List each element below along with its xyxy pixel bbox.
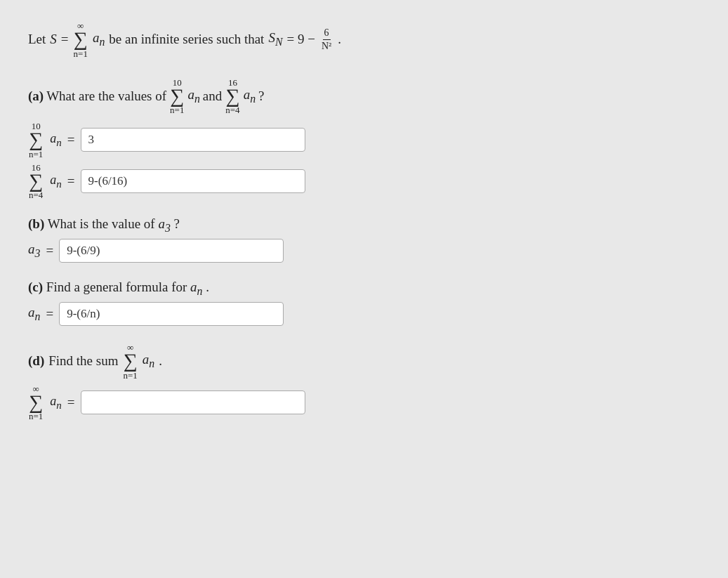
part-a-answer2-sigma: 16 ∑ n=4 <box>29 163 43 200</box>
part-a-sigma2-sym: ∑ <box>225 87 239 106</box>
part-a-question-text: What are the values of <box>46 88 166 104</box>
part-d-answer-sigma: ∞ ∑ n=1 <box>29 384 43 421</box>
part-d-label: (d) <box>28 353 44 369</box>
intro-S: S <box>50 32 57 47</box>
intro-desc: be an infinite series such that <box>109 32 264 47</box>
part-a-section: (a) What are the values of 10 ∑ n=1 an a… <box>28 78 604 200</box>
part-d-section: (d) Find the sum ∞ ∑ n=1 an . ∞ ∑ n=1 an… <box>28 343 604 421</box>
part-c-lhs: an <box>28 305 40 323</box>
part-a-answer1-input[interactable] <box>81 128 305 152</box>
part-c-question: (c) Find a general formula for an . <box>28 280 604 298</box>
problem-container: Let S = ∞ ∑ n=1 an be an infinite series… <box>28 21 604 421</box>
intro-sigma-bot: n=1 <box>74 49 88 58</box>
part-a-sigma1-bot: n=1 <box>170 105 184 114</box>
part-b-lhs: a3 <box>28 242 40 260</box>
part-d-answer-an: an <box>50 394 62 412</box>
part-a-answer1-an: an <box>50 131 62 149</box>
part-b-eq: = <box>46 243 53 258</box>
part-a-answer1-eq: = <box>67 132 75 147</box>
part-c-eq: = <box>46 306 53 322</box>
part-a-answer2-sym: ∑ <box>29 172 43 191</box>
intro-sigma: ∞ ∑ n=1 <box>74 21 88 58</box>
part-a-qmark: ? <box>258 88 264 104</box>
intro-let: Let <box>28 32 46 47</box>
part-c-period: . <box>206 280 209 294</box>
intro-eq2: = 9 − <box>286 32 315 47</box>
intro-section: Let S = ∞ ∑ n=1 an be an infinite series… <box>28 21 604 58</box>
part-a-answer2-input[interactable] <box>81 169 305 193</box>
part-a-an1: an <box>187 87 199 105</box>
part-d-sigma-sym: ∑ <box>124 352 138 371</box>
intro-frac-den: N² <box>320 40 333 53</box>
part-c-section: (c) Find a general formula for an . an = <box>28 280 604 326</box>
part-a-answer1-sym: ∑ <box>29 131 43 150</box>
part-b-a3: a3 <box>158 216 170 231</box>
intro-frac-num: 6 <box>323 27 331 40</box>
part-d-answer-bot: n=1 <box>29 412 43 421</box>
part-d-question: (d) Find the sum ∞ ∑ n=1 an . <box>28 343 604 380</box>
part-b-qmark: ? <box>174 216 180 231</box>
part-a-answer1-sigma: 10 ∑ n=1 <box>29 121 43 159</box>
part-d-eq: = <box>67 395 75 410</box>
part-a-answer2-an: an <box>50 173 62 190</box>
part-a-answer2-bot: n=4 <box>29 190 43 199</box>
part-a-answer1-row: 10 ∑ n=1 an = <box>28 121 604 159</box>
part-c-text: Find a general formula for <box>46 280 187 294</box>
intro-sigma-sym: ∑ <box>74 30 88 49</box>
part-c-an: an <box>190 280 202 294</box>
part-d-sigma-bot: n=1 <box>123 371 137 380</box>
part-a-question: (a) What are the values of 10 ∑ n=1 an a… <box>28 78 604 115</box>
part-d-period: . <box>159 353 162 369</box>
part-b-text: What is the value of <box>48 216 155 231</box>
part-c-answer-input[interactable] <box>59 302 284 326</box>
part-a-sigma1: 10 ∑ n=1 <box>170 78 184 115</box>
part-a-answer2-row: 16 ∑ n=4 an = <box>28 163 604 200</box>
part-d-text: Find the sum <box>48 353 118 369</box>
part-d-answer-sym: ∑ <box>29 393 43 412</box>
part-b-label: (b) <box>28 216 44 231</box>
part-c-label: (c) <box>28 280 43 294</box>
part-d-an: an <box>143 352 154 370</box>
part-d-answer-row: ∞ ∑ n=1 an = <box>28 384 604 421</box>
part-a-sigma1-sym: ∑ <box>170 87 184 106</box>
part-c-answer-row: an = <box>28 302 604 326</box>
part-b-question: (b) What is the value of a3 ? <box>28 216 604 235</box>
part-a-an2: an <box>244 87 256 105</box>
intro-eq: = <box>61 32 69 47</box>
part-d-sigma: ∞ ∑ n=1 <box>123 343 137 380</box>
part-a-sigma2: 16 ∑ n=4 <box>225 78 239 115</box>
part-b-answer-row: a3 = <box>28 239 604 263</box>
part-a-answer1-bot: n=1 <box>29 150 43 159</box>
intro-period: . <box>338 32 341 47</box>
intro-SN: SN <box>268 30 282 48</box>
part-a-label: (a) <box>28 88 44 104</box>
part-a-sigma2-bot: n=4 <box>225 105 239 114</box>
part-b-section: (b) What is the value of a3 ? a3 = <box>28 216 604 263</box>
part-a-answer2-eq: = <box>67 173 75 189</box>
intro-an: an <box>93 30 105 48</box>
intro-fraction: 6 N² <box>320 27 333 53</box>
part-a-and: and <box>203 88 222 104</box>
part-b-answer-input[interactable] <box>59 239 284 263</box>
part-d-answer-input[interactable] <box>81 390 305 414</box>
